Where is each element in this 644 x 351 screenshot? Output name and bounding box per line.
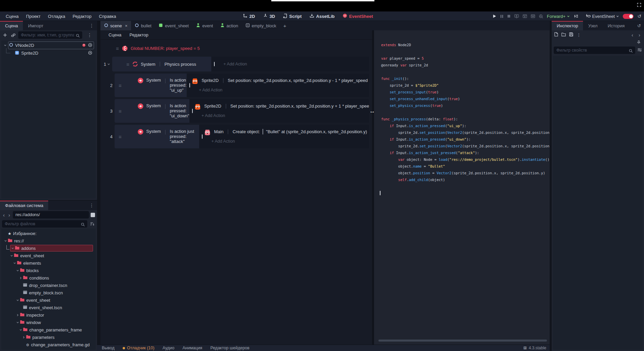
file-tree-item-change_parameters_frame[interactable]: change_parameters_frame [1, 326, 96, 333]
chevron-down-icon[interactable] [12, 262, 17, 265]
horizontal-scrollbar[interactable] [378, 340, 547, 342]
file-tree-item-[interactable]: ★Избранное: [1, 230, 96, 237]
tab-История[interactable]: История [603, 21, 630, 30]
chevron-down-icon[interactable] [10, 247, 15, 250]
filesystem-dock-menu-icon[interactable]: ⋮ [86, 203, 97, 208]
remote-debug-icon[interactable] [514, 14, 519, 18]
action-entry[interactable]: MainCreate object:"Bullet" at (sprite_2d… [199, 125, 369, 136]
drag-handle-icon[interactable]: ≡ [126, 61, 129, 67]
file-tree-item-addons[interactable]: addons [1, 244, 96, 252]
workspace-tab-assetlib[interactable]: AssetLib [307, 11, 338, 21]
renderer-dropdown[interactable]: Forward+ [547, 14, 570, 19]
scene-tab-action[interactable]: action [217, 21, 242, 30]
workspace-tab-script[interactable]: Script [280, 11, 305, 21]
menu-Отладка[interactable]: Отладка [44, 14, 69, 19]
pause-icon[interactable] [500, 14, 503, 18]
play-icon[interactable] [493, 14, 496, 18]
chevron-down-icon[interactable] [107, 62, 110, 67]
file-tree-item-empty_block.tscn[interactable]: empty_block.tscn [1, 289, 96, 296]
file-tree-item-conditions[interactable]: conditions [1, 274, 96, 282]
chevron-down-icon[interactable] [9, 254, 14, 257]
event-number[interactable]: 1 [100, 57, 112, 71]
tree-node-VNode2D[interactable]: VNode2D [1, 41, 96, 49]
condition-cell[interactable]: ≡SystemIs action pressed: "ui_down" [115, 99, 189, 123]
load-resource-icon[interactable] [561, 32, 566, 38]
sort-files-icon[interactable] [89, 222, 95, 226]
property-tools-icon[interactable] [637, 47, 642, 53]
file-filter-input[interactable] [2, 220, 87, 228]
menu-Редактор[interactable]: Редактор [69, 14, 95, 19]
nav-forward-icon[interactable]: › [7, 212, 11, 218]
tab-filesystem[interactable]: Файловая система [0, 201, 48, 210]
file-tree-item-parameters[interactable]: parameters [1, 333, 96, 341]
event-number[interactable]: 4 [100, 125, 115, 148]
scene-tab-empty_block[interactable]: empty_block [242, 21, 280, 30]
chevron-down-icon[interactable] [16, 299, 20, 302]
version-info[interactable]: ⊞4.3.stable [523, 346, 546, 350]
save-resource-icon[interactable] [569, 32, 573, 38]
file-tree-item-change_parameters_frame.gd[interactable]: ⚙change_parameters_frame.gd [1, 341, 96, 348]
file-tree-item-window[interactable]: window [1, 319, 96, 326]
event-block[interactable]: ≡SystemIs action pressed: "ui_up"Sprite2… [115, 74, 369, 97]
eventsheet-menu-Сцена[interactable]: Сцена [105, 32, 125, 37]
condition-cell[interactable]: ≡SystemIs action pressed: "ui_up" [115, 74, 187, 97]
history-forward-icon[interactable]: › [638, 32, 641, 38]
event-block[interactable]: ≡SystemIs action pressed: "ui_down"Sprit… [115, 99, 369, 123]
chevron-down-icon[interactable] [19, 328, 23, 331]
global-variable-header[interactable]: ≡Global NUMBER: player_speed = 5 [116, 44, 372, 53]
file-tree-item-event_sheet[interactable]: event_sheet [1, 252, 96, 259]
chevron-right-icon[interactable] [19, 276, 23, 280]
chevron-down-icon[interactable] [16, 321, 20, 324]
chevron-right-icon[interactable] [16, 314, 20, 317]
event-block[interactable]: ≡SystemIs action just pressed: "attack"M… [115, 125, 369, 148]
path-input[interactable] [13, 211, 89, 218]
profiler-icon[interactable] [574, 14, 578, 19]
bottom-tab-Вывод[interactable]: Вывод [102, 346, 115, 350]
tree-node-Sprite2D[interactable]: Sprite2D [1, 49, 96, 57]
menu-Сцена[interactable]: Сцена [2, 14, 22, 19]
close-icon[interactable]: × [125, 23, 128, 28]
property-filter-input[interactable] [554, 47, 635, 54]
scene-filter-input[interactable] [18, 31, 82, 39]
scene-tab-event[interactable]: event [192, 21, 217, 30]
action-cell[interactable]: Sprite2DSet position: sprite_2d.position… [189, 99, 369, 123]
workspace-tab-2d[interactable]: 2D [240, 11, 258, 21]
file-tree-item-blocks[interactable]: blocks [1, 267, 96, 274]
file-tree-item-drop_container.tscn[interactable]: drop_container.tscn [1, 282, 96, 289]
tab-Сцена[interactable]: Сцена [0, 21, 23, 30]
visibility-eye-icon[interactable] [88, 51, 92, 56]
bottom-tab-Отладчик (10)[interactable]: Отладчик (10) [123, 346, 154, 350]
toggle-split-mode-icon[interactable] [91, 213, 95, 217]
stop-icon[interactable] [507, 14, 511, 18]
drag-handle-icon[interactable]: ≡ [119, 83, 122, 88]
action-cell[interactable]: + Add Action [211, 57, 369, 71]
file-tree-item-res[interactable]: res:// [1, 237, 96, 244]
bottom-tab-Анимация[interactable]: Анимация [182, 346, 202, 350]
visibility-eye-icon[interactable] [88, 43, 92, 48]
plugin-enabled-toggle[interactable] [623, 14, 634, 19]
workspace-tab-3d[interactable]: 3D [260, 11, 278, 21]
instances-icon[interactable] [539, 14, 543, 19]
file-tree-item-inspector[interactable]: inspector [1, 311, 96, 319]
add-node-icon[interactable] [2, 33, 8, 37]
action-entry[interactable]: Sprite2DSet position: sprite_2d.position… [189, 99, 369, 111]
path-field[interactable] [13, 211, 89, 218]
drag-handle-icon[interactable]: ≡ [119, 108, 122, 114]
file-tree-item-event_sheet.tscn[interactable]: event_sheet.tscn [1, 304, 96, 311]
scene-tab-bullet[interactable]: bullet [131, 21, 155, 30]
tab-Узел[interactable]: Узел [583, 21, 603, 30]
file-tree-item-event_sheet[interactable]: event_sheet [1, 296, 96, 304]
add-action-button[interactable]: + Add Action [211, 139, 235, 144]
history-back-icon[interactable]: ‹ [631, 32, 634, 38]
eventsheet-menu-Редактор[interactable]: Редактор [126, 32, 152, 37]
plugin-dropdown[interactable]: EventSheet [585, 13, 619, 19]
chevron-down-icon[interactable] [1, 43, 7, 48]
new-tab-button[interactable]: + [280, 21, 290, 30]
instance-scene-icon[interactable] [10, 33, 16, 37]
add-action-button[interactable]: + Add Action [223, 62, 247, 66]
tab-Импорт[interactable]: Импорт [23, 21, 48, 30]
file-tree-item-change_parameters_frame.tscn[interactable]: change_parameters_frame.tscn [1, 348, 96, 350]
pin-icon[interactable] [637, 39, 641, 46]
drag-handle-icon[interactable]: ≡ [119, 134, 122, 140]
resource-menu-icon[interactable]: ⋮ [577, 33, 581, 37]
